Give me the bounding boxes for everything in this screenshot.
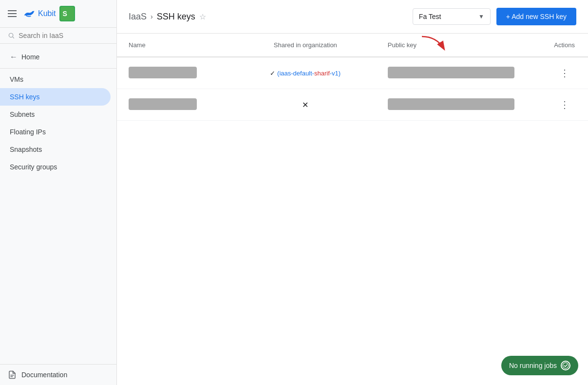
row1-name-cell — [117, 57, 235, 89]
logo-area: Kubit S — [22, 6, 75, 21]
sidebar-item-vms-label: VMs — [10, 75, 23, 83]
sidebar-item-ssh-keys-label: SSH keys — [10, 93, 39, 101]
main-content: IaaS › SSH keys ☆ Fa Test ▼ + Add new SS… — [117, 0, 588, 385]
row2-actions-cell: ⋮ — [541, 89, 588, 121]
col-header-pubkey: Public key — [376, 34, 541, 57]
document-icon — [8, 370, 17, 379]
row1-actions-cell: ⋮ — [541, 57, 588, 89]
row2-name-cell — [117, 89, 235, 121]
second-logo: S — [59, 6, 75, 21]
kubit-logo-icon — [22, 7, 36, 20]
sidebar: Kubit S ← Home VMs SSH keys — [0, 0, 117, 385]
breadcrumb-current: SSH keys — [157, 12, 195, 22]
hamburger-menu[interactable] — [8, 10, 17, 17]
favorite-star-icon[interactable]: ☆ — [199, 12, 206, 21]
sidebar-item-snapshots-label: Snapshots — [10, 146, 42, 153]
kubit-logo: Kubit — [22, 7, 56, 20]
home-arrow-icon: ← — [10, 53, 18, 61]
project-selector[interactable]: Fa Test ▼ — [413, 8, 491, 25]
sidebar-item-snapshots[interactable]: Snapshots — [0, 141, 111, 158]
project-name: Fa Test — [419, 13, 441, 20]
sidebar-bottom: Documentation — [0, 364, 116, 385]
ssh-keys-table: Name Shared in organization Public key — [117, 34, 588, 121]
documentation-label: Documentation — [21, 371, 67, 379]
pubkey-column-label: Public key — [388, 41, 417, 49]
sidebar-item-home[interactable]: ← Home — [0, 48, 116, 66]
breadcrumb-separator: › — [151, 13, 153, 20]
breadcrumb: IaaS › SSH keys ☆ — [129, 12, 206, 22]
row2-shared-cell: ✕ — [235, 89, 376, 121]
row1-more-menu-button[interactable]: ⋮ — [556, 65, 573, 81]
nav-divider-1 — [0, 68, 116, 69]
sidebar-item-ssh-keys[interactable]: SSH keys — [0, 88, 111, 106]
status-badge: No running jobs — [501, 356, 578, 375]
sidebar-item-security-groups-label: Security groups — [10, 163, 57, 171]
table-area: Name Shared in organization Public key — [117, 34, 588, 385]
sidebar-item-subnets-label: Subnets — [10, 110, 35, 118]
row2-shared-value: ✕ — [302, 101, 308, 109]
sidebar-item-security-groups[interactable]: Security groups — [0, 158, 111, 176]
row1-pubkey-placeholder — [388, 67, 514, 78]
sidebar-item-subnets[interactable]: Subnets — [0, 106, 111, 123]
row2-name-placeholder — [129, 98, 197, 110]
header-right: Fa Test ▼ + Add new SSH key — [413, 8, 576, 25]
row1-pubkey-cell — [376, 57, 541, 89]
sidebar-home-label: Home — [21, 53, 39, 61]
kubit-logo-text: Kubit — [38, 9, 56, 18]
sidebar-item-floating-ips-label: Floating IPs — [10, 128, 46, 136]
row2-pubkey-cell — [376, 89, 541, 121]
breadcrumb-root[interactable]: IaaS — [129, 12, 147, 22]
status-label: No running jobs — [509, 362, 557, 369]
table-row: ✓ (iaas-default-sharif-v1) ⋮ — [117, 57, 588, 89]
row1-shared-cell: ✓ (iaas-default-sharif-v1) — [235, 57, 376, 89]
search-box — [0, 28, 116, 44]
col-header-name: Name — [117, 34, 235, 57]
col-header-actions: Actions — [541, 34, 588, 57]
col-header-shared: Shared in organization — [235, 34, 376, 57]
svg-text:S: S — [63, 10, 67, 18]
dropdown-arrow-icon: ▼ — [478, 13, 484, 20]
row1-shared-value: ✓ (iaas-default-sharif-v1) — [270, 70, 341, 77]
status-check-icon — [561, 361, 570, 370]
search-input[interactable] — [19, 32, 109, 39]
red-arrow-annotation — [417, 34, 456, 58]
row2-more-menu-button[interactable]: ⋮ — [556, 97, 573, 112]
svg-point-4 — [563, 363, 569, 368]
search-icon — [8, 32, 15, 39]
table-row: ✕ ⋮ — [117, 89, 588, 121]
page-header: IaaS › SSH keys ☆ Fa Test ▼ + Add new SS… — [117, 0, 588, 34]
table-header-row: Name Shared in organization Public key — [117, 34, 588, 57]
sidebar-item-vms[interactable]: VMs — [0, 71, 111, 88]
sidebar-header: Kubit S — [0, 0, 116, 28]
sidebar-nav: ← Home VMs SSH keys Subnets Floating IPs… — [0, 44, 116, 364]
row2-pubkey-placeholder — [388, 98, 514, 110]
documentation-link[interactable]: Documentation — [8, 370, 109, 379]
row1-name-placeholder — [129, 67, 197, 78]
sidebar-item-floating-ips[interactable]: Floating IPs — [0, 123, 111, 141]
add-ssh-key-button[interactable]: + Add new SSH key — [496, 8, 576, 25]
